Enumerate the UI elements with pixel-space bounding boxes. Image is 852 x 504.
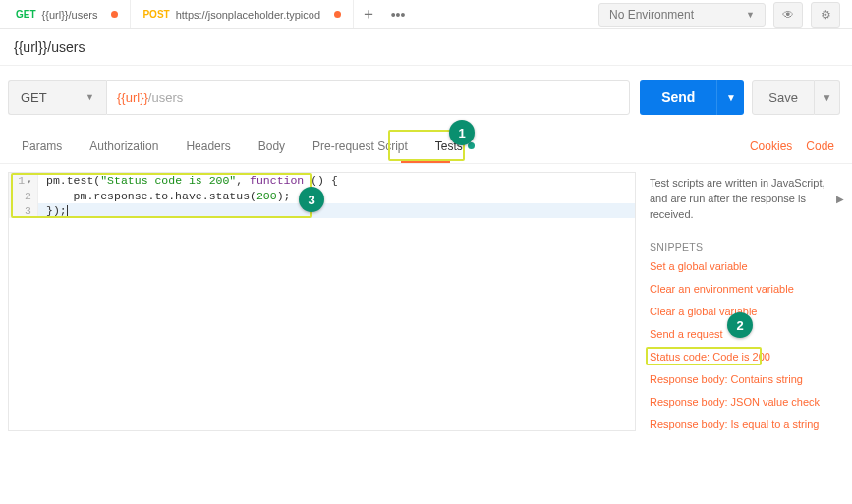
http-method-value: GET bbox=[21, 90, 47, 105]
annotation-callout-3: 3 bbox=[299, 187, 324, 212]
tab-headers[interactable]: Headers bbox=[172, 129, 244, 163]
save-options-button[interactable]: ▼ bbox=[815, 80, 840, 115]
send-options-button[interactable]: ▼ bbox=[716, 80, 744, 115]
tab-authorization[interactable]: Authorization bbox=[76, 129, 172, 163]
gear-icon: ⚙ bbox=[821, 8, 831, 22]
save-button[interactable]: Save bbox=[752, 80, 815, 115]
code-line-1: pm.test("Status code is 200", function (… bbox=[38, 173, 338, 189]
title-variable: {{url}} bbox=[14, 39, 47, 55]
tab-params[interactable]: Params bbox=[8, 129, 76, 163]
snippets-header: SNIPPETS bbox=[650, 241, 842, 252]
annotation-callout-2: 2 bbox=[727, 312, 753, 338]
http-method-dropdown[interactable]: GET ▼ bbox=[8, 80, 106, 115]
snippet-body-json[interactable]: Response body: JSON value check bbox=[650, 396, 842, 408]
line-number: 2 bbox=[9, 189, 38, 203]
snippet-clear-env[interactable]: Clear an environment variable bbox=[650, 283, 842, 295]
method-badge-get: GET bbox=[16, 9, 36, 20]
annotation-callout-1: 1 bbox=[449, 120, 475, 145]
url-input[interactable]: {{url}}/users bbox=[106, 80, 630, 115]
line-number: 3 bbox=[9, 203, 38, 218]
title-path: /users bbox=[47, 39, 85, 55]
unsaved-dot-icon bbox=[111, 11, 118, 18]
request-tab-label: {{url}}/users bbox=[42, 9, 98, 21]
eye-icon: 👁 bbox=[782, 8, 794, 22]
code-link[interactable]: Code bbox=[806, 140, 834, 153]
topbar-right: No Environment ▼ 👁 ⚙ bbox=[598, 2, 852, 28]
request-builder-row: GET ▼ {{url}}/users Send ▼ Save ▼ bbox=[0, 66, 852, 129]
request-title-bar: {{url}}/users bbox=[0, 29, 852, 66]
section-right-links: Cookies Code bbox=[750, 140, 844, 153]
settings-button[interactable]: ⚙ bbox=[811, 2, 840, 28]
tests-editor-area: 1 pm.test("Status code is 200", function… bbox=[0, 164, 852, 439]
url-variable: {{url}} bbox=[117, 90, 148, 105]
snippets-sidebar: Test scripts are written in JavaScript, … bbox=[636, 164, 852, 439]
tests-hint-text: Test scripts are written in JavaScript, … bbox=[650, 176, 842, 223]
environment-label: No Environment bbox=[609, 8, 694, 22]
active-indicator-icon bbox=[468, 142, 475, 149]
snippet-set-global[interactable]: Set a global variable bbox=[650, 260, 842, 272]
code-line-3: }); bbox=[38, 203, 68, 218]
snippet-body-contains[interactable]: Response body: Contains string bbox=[650, 373, 842, 385]
request-tab-label: https://jsonplaceholder.typicod bbox=[176, 9, 320, 21]
send-button-group: Send ▼ bbox=[640, 80, 744, 115]
cookies-link[interactable]: Cookies bbox=[750, 140, 792, 153]
snippet-body-equal[interactable]: Response body: Is equal to a string bbox=[650, 419, 842, 430]
snippets-list: Set a global variable Clear an environme… bbox=[650, 260, 842, 430]
chevron-down-icon: ▼ bbox=[746, 10, 755, 20]
method-badge-post: POST bbox=[142, 9, 169, 20]
environment-quicklook-button[interactable]: 👁 bbox=[773, 2, 803, 28]
tab-body[interactable]: Body bbox=[245, 129, 299, 163]
environment-dropdown[interactable]: No Environment ▼ bbox=[598, 3, 766, 27]
text-cursor-icon bbox=[67, 205, 68, 217]
snippet-status-200[interactable]: Status code: Code is 200 bbox=[650, 351, 842, 363]
tests-code-editor[interactable]: 1 pm.test("Status code is 200", function… bbox=[8, 172, 636, 431]
request-tab-2[interactable]: POST https://jsonplaceholder.typicod bbox=[131, 0, 354, 28]
save-button-group: Save ▼ bbox=[752, 80, 840, 115]
chevron-down-icon: ▼ bbox=[85, 92, 94, 102]
unsaved-dot-icon bbox=[334, 11, 341, 18]
request-tab-strip: GET {{url}}/users POST https://jsonplace… bbox=[0, 0, 852, 29]
request-tab-1[interactable]: GET {{url}}/users bbox=[4, 0, 131, 28]
new-tab-button[interactable]: ＋ bbox=[354, 4, 383, 25]
tab-options-button[interactable]: ••• bbox=[383, 7, 413, 23]
request-section-tabs: Params Authorization Headers Body Pre-re… bbox=[0, 129, 852, 164]
line-number: 1 bbox=[9, 173, 38, 189]
code-line-2: pm.response.to.have.status(200); bbox=[38, 189, 290, 203]
url-path: /users bbox=[148, 90, 183, 105]
send-button[interactable]: Send bbox=[640, 80, 716, 115]
tab-prerequest[interactable]: Pre-request Script bbox=[299, 129, 422, 163]
snippet-label: Status code: Code is 200 bbox=[650, 351, 770, 363]
expand-hint-button[interactable]: ▶ bbox=[836, 194, 844, 204]
